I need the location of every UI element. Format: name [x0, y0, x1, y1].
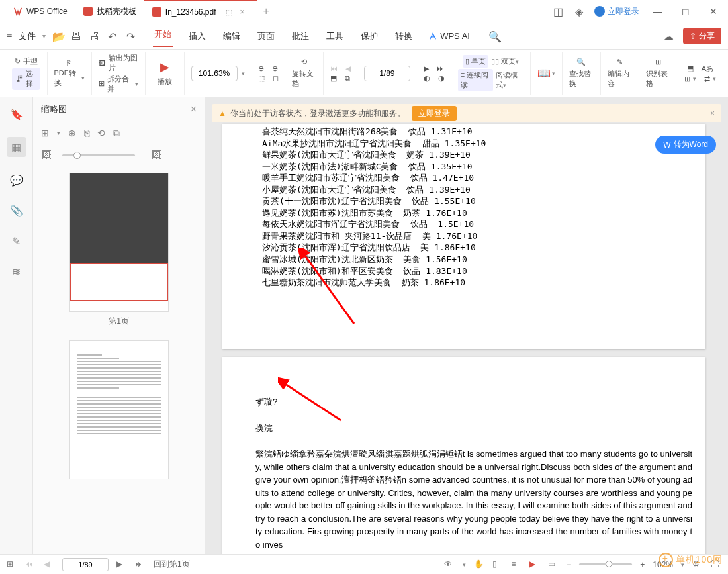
book-icon[interactable]: 📖	[537, 67, 551, 79]
notice-close-button[interactable]: ×	[710, 109, 715, 118]
menu-insert[interactable]: 插入	[187, 28, 207, 45]
rail-layers-icon[interactable]: ≋	[9, 264, 24, 279]
split-merge-tool[interactable]: ⊞拆分合并▾	[99, 74, 139, 94]
document-tab[interactable]: In_123456.pdf ⬚ ×	[144, 0, 257, 23]
thumb-close-button[interactable]: ×	[191, 103, 197, 115]
fit-width-icon[interactable]: ⬚	[258, 74, 265, 83]
thumb-grid-icon[interactable]: ⊞	[41, 128, 49, 138]
hamburger-icon[interactable]: ≡	[7, 31, 12, 42]
file-menu[interactable]: 文件	[19, 30, 36, 42]
select-tool[interactable]: ⭿选择	[12, 68, 40, 90]
play-icon[interactable]: ▶	[160, 60, 169, 74]
status-zoom-in[interactable]: +	[640, 560, 645, 569]
maximize-button[interactable]: ◻	[676, 5, 695, 17]
snapshot-icon[interactable]: ⧉	[345, 74, 350, 83]
redo-icon[interactable]: ↷	[126, 30, 138, 42]
thumbnail-page-1[interactable]: 第1页	[69, 173, 169, 327]
rail-comment-icon[interactable]: 💬	[9, 173, 24, 187]
continuous-read-button[interactable]: ≡ 连续阅读	[458, 69, 494, 91]
first-page-icon[interactable]: ⏮	[330, 64, 338, 72]
status-play-icon[interactable]: ▶	[529, 559, 540, 570]
tab-restore-icon[interactable]: ⬚	[226, 8, 232, 17]
thumb-add-icon[interactable]: ⊕	[68, 128, 76, 138]
status-continuous-icon[interactable]: ≡	[511, 559, 522, 570]
hand-tool[interactable]: ↻手型	[15, 56, 38, 66]
thumb-size-slider[interactable]	[62, 154, 135, 156]
thumb-rotate-icon[interactable]: ⟲	[97, 128, 105, 138]
thumb-copy-icon[interactable]: ⧉	[113, 128, 120, 139]
read-mode-button[interactable]: 阅读模式▾	[496, 70, 523, 90]
app-tab-office[interactable]: WPS Office	[5, 0, 75, 23]
zoom-in-icon[interactable]: ⊕	[272, 64, 278, 73]
misc-icon1[interactable]: ◐	[424, 74, 430, 83]
last-page-icon[interactable]: ⏭	[437, 64, 444, 72]
edit-content-icon[interactable]: ✎	[617, 58, 623, 66]
crop-icon[interactable]: ⬒	[330, 74, 337, 83]
status-page-input[interactable]	[62, 558, 109, 571]
search-icon[interactable]: 🔍	[488, 30, 500, 42]
rail-draw-icon[interactable]: ✎	[9, 234, 24, 248]
single-page-button[interactable]: ▯ 单页	[463, 55, 488, 68]
back-first-page[interactable]: 回到第1页	[154, 559, 190, 570]
find-templates-tab[interactable]: 找稻壳模板	[75, 0, 144, 23]
menu-convert[interactable]: 转换	[394, 28, 414, 45]
tool-extra2[interactable]: Aあ	[702, 64, 713, 73]
prev-page-icon[interactable]: ◀	[345, 64, 351, 73]
save-icon[interactable]: 🖶	[71, 30, 83, 42]
thumb-expand-icon[interactable]: 🖼	[151, 149, 161, 161]
tool-extra4[interactable]: ⇄	[704, 75, 710, 83]
zoom-input[interactable]	[191, 66, 238, 81]
minimize-button[interactable]: —	[649, 5, 667, 17]
wps-ai-button[interactable]: WPS AI	[428, 31, 470, 41]
status-single-icon[interactable]: ▯	[492, 559, 503, 570]
fit-page-icon[interactable]: ◻	[273, 74, 279, 83]
tool-extra3[interactable]: ⊞	[684, 75, 690, 83]
menu-protect[interactable]: 保护	[359, 28, 379, 45]
status-hand-icon[interactable]: ✋	[474, 559, 484, 570]
cloud-icon[interactable]: ☁	[663, 30, 675, 42]
close-window-button[interactable]: ✕	[704, 5, 723, 17]
detect-table-icon[interactable]: ⊞	[655, 58, 661, 66]
print-icon[interactable]: 🖨	[89, 30, 101, 42]
export-image-tool[interactable]: 🖼输出为图片	[99, 53, 139, 73]
window-layout-icon[interactable]: ◫	[552, 5, 564, 17]
undo-icon[interactable]: ↶	[108, 30, 120, 42]
status-eye-icon[interactable]: 👁	[444, 559, 455, 570]
menu-edit[interactable]: 编辑	[222, 28, 242, 45]
login-top-button[interactable]: 立即登录	[594, 6, 639, 17]
convert-to-word-button[interactable]: W 转为Word	[655, 136, 716, 154]
status-first-icon[interactable]: ⏮	[25, 559, 36, 570]
rail-bookmark-icon[interactable]: 🔖	[9, 107, 24, 121]
cube-icon[interactable]: ◈	[573, 5, 585, 17]
add-tab-button[interactable]: +	[257, 5, 276, 17]
file-menu-chevron[interactable]: ▾	[42, 32, 46, 40]
find-replace-icon[interactable]: 🔍	[576, 58, 586, 66]
status-grid-icon[interactable]: ⊞	[7, 559, 17, 570]
menu-annotate[interactable]: 批注	[291, 28, 310, 45]
thumb-extract-icon[interactable]: ⎘	[84, 128, 89, 138]
status-prev-icon[interactable]: ◀	[44, 559, 54, 570]
rotate-icon[interactable]: ⟲	[301, 58, 307, 66]
tool-extra1[interactable]: ⬒	[687, 64, 694, 73]
pdf-convert-tool[interactable]: ⎘	[67, 59, 71, 67]
rail-attachment-icon[interactable]: 📎	[9, 203, 24, 218]
status-last-icon[interactable]: ⏭	[135, 559, 146, 570]
status-zoom-out[interactable]: −	[567, 560, 571, 569]
misc-icon2[interactable]: ◑	[438, 74, 445, 83]
menu-start[interactable]: 开始	[153, 26, 173, 47]
menu-page[interactable]: 页面	[256, 28, 276, 45]
thumbnail-page-2[interactable]	[69, 340, 169, 479]
open-icon[interactable]: 📂	[52, 30, 64, 42]
zoom-out-icon[interactable]: ⊖	[258, 64, 264, 73]
double-page-button[interactable]: ▯▯ 双页▾	[491, 56, 519, 66]
share-button[interactable]: ⇧ 分享	[683, 28, 721, 44]
status-next-icon[interactable]: ▶	[116, 559, 127, 570]
next-page-icon[interactable]: ▶	[424, 64, 429, 73]
zoom-dropdown[interactable]: ▾	[242, 70, 245, 77]
status-zoom-slider[interactable]	[579, 563, 632, 565]
page-input[interactable]	[364, 66, 410, 81]
tab-close-icon[interactable]: ×	[240, 7, 245, 17]
status-book-icon[interactable]: ▭	[548, 559, 559, 570]
menu-tools[interactable]: 工具	[325, 28, 345, 45]
notice-login-button[interactable]: 立即登录	[412, 106, 457, 121]
